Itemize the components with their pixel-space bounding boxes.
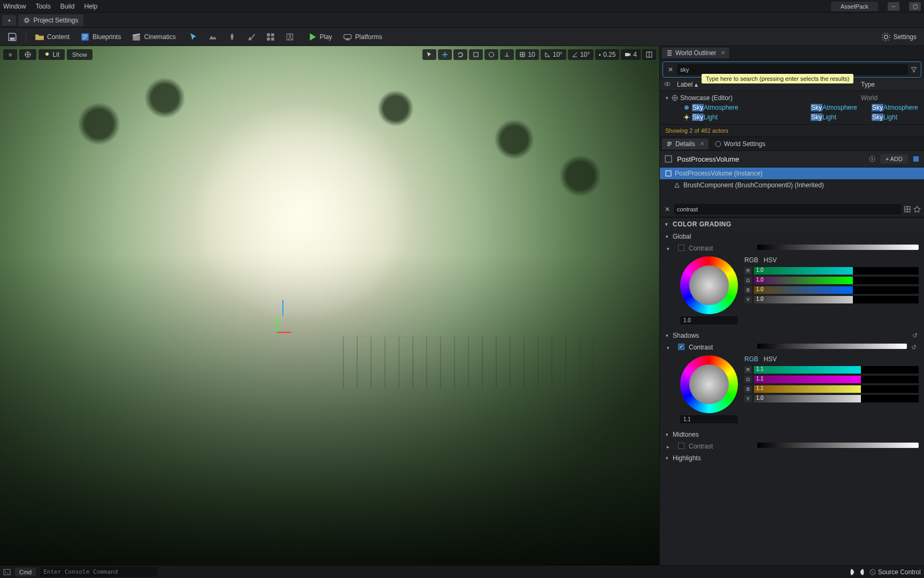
platforms-button[interactable]: Platforms [338,30,387,44]
svg-rect-8 [271,37,274,41]
scale-snap[interactable]: ▪ 0.25 [595,49,619,60]
menu-window[interactable]: Window [3,3,26,10]
svg-point-14 [45,52,49,56]
cinematics-button[interactable]: Cinematics [127,30,180,44]
property-midtones-contrast[interactable]: Contrast [660,440,924,452]
property-shadows-contrast[interactable]: Contrast ↺ [660,341,924,353]
slider-r-shadows[interactable]: 1.1 [754,366,919,374]
eye-icon [664,81,671,87]
clear-search-button[interactable]: ✕ [666,65,675,74]
slider-b-global[interactable]: 1.0 [754,286,919,294]
viewmode-lit[interactable]: Lit [38,49,65,60]
filter-icon[interactable] [910,66,918,73]
viewport-options[interactable]: ≡ [3,49,17,60]
rotate-tool[interactable] [453,49,467,60]
tab-world-settings[interactable]: World Settings [711,139,770,149]
window-minimize[interactable]: – [888,2,899,11]
checkbox-midtones-contrast[interactable] [678,443,684,449]
tab-project-settings[interactable]: Project Settings [18,14,83,26]
scale-tool[interactable] [469,49,483,60]
select-tool[interactable] [422,49,436,60]
subsection-midtones[interactable]: Midtones [660,429,924,440]
angle-snap-2[interactable]: 10° [568,49,594,60]
tab-rgb[interactable]: RGB [744,355,758,363]
close-icon[interactable]: ✕ [721,50,725,56]
menu-tools[interactable]: Tools [36,3,51,10]
source-control-icon[interactable] [869,569,876,575]
favorite-icon[interactable] [913,206,921,213]
gizmo-y-axis[interactable] [277,318,278,332]
subsection-shadows[interactable]: Shadows↺ [660,330,924,341]
modeling-mode-button[interactable] [261,30,280,44]
gizmo-z-axis[interactable] [282,300,283,316]
tab-hsv[interactable]: HSV [764,256,777,264]
gizmo-x-axis[interactable] [277,332,291,333]
component-postprocessvolume[interactable]: PostProcessVolume (Instance) [660,168,924,179]
actor-name[interactable]: PostProcessVolume [677,155,864,163]
outliner-item-skylight[interactable]: SkyLight SkyLight SkyLight [660,112,924,122]
component-brushcomponent[interactable]: BrushComponent (BrushComponent0) (Inheri… [660,179,924,191]
angle-snap[interactable]: 10° [541,49,566,60]
asset-pack-pill[interactable]: AssetPack [831,2,878,11]
viewport-perspective[interactable] [19,49,36,60]
property-matrix-icon[interactable] [904,206,911,213]
color-wheel-value-global[interactable]: 1.0 [680,316,738,324]
slider-b-shadows[interactable]: 1.1 [754,385,919,393]
edit-blueprint-icon[interactable] [912,155,920,163]
details-search-input[interactable] [674,204,902,215]
color-wheel-value-shadows[interactable]: 1.1 [680,415,738,423]
camera-speed[interactable]: 4 [621,49,641,60]
tab-plus[interactable]: + [2,15,16,26]
fracture-mode-button[interactable] [281,30,299,44]
play-button[interactable]: Play [303,30,336,44]
save-button[interactable] [3,30,21,44]
translate-tool[interactable] [438,49,452,60]
slider-r-global[interactable]: 1.0 [754,267,919,275]
reset-icon[interactable]: ↺ [911,344,919,351]
tab-world-outliner[interactable]: World Outliner ✕ [662,48,729,58]
tab-details[interactable]: Details ✕ [662,139,709,149]
show-flags[interactable]: Show [67,49,93,60]
blueprints-button[interactable]: Blueprints [76,30,125,44]
color-wheel-global[interactable] [680,256,738,314]
checkbox-shadows-contrast[interactable] [678,344,684,350]
clear-details-search[interactable]: ✕ [663,205,672,214]
section-color-grading[interactable]: COLOR GRADING [660,217,924,231]
coord-space-toggle[interactable] [484,49,498,60]
slider-g-global[interactable]: 1.0 [754,277,919,284]
window-maximize[interactable]: ▢ [909,2,921,11]
grid-snap[interactable]: 10 [515,49,538,60]
foliage-mode-button[interactable] [223,30,241,44]
source-control-status[interactable]: Source Control [878,568,921,576]
menu-help[interactable]: Help [84,3,97,10]
slider-y-global[interactable]: 1.0 [754,296,919,303]
checkbox-global-contrast[interactable] [678,245,684,251]
reset-icon[interactable]: ↺ [912,332,920,339]
viewport-layout[interactable] [642,49,656,60]
outliner-status: Showing 2 of 482 actors [660,124,924,137]
tab-hsv[interactable]: HSV [764,355,777,363]
select-mode-button[interactable] [184,30,203,44]
landscape-mode-button[interactable] [204,30,222,44]
content-drawer-button[interactable]: Content [30,30,74,44]
level-viewport[interactable]: ≡ Lit Show 10 10° 10° ▪ 0.25 4 [0,46,659,565]
slider-y-shadows[interactable]: 1.0 [754,395,919,402]
menu-build[interactable]: Build [60,3,75,10]
locate-icon[interactable] [868,155,876,163]
angle-icon [544,51,551,58]
color-wheel-shadows[interactable] [680,355,738,413]
outliner-item-skyatmosphere[interactable]: SkyAtmosphere SkyAtmosphere SkyAtmospher… [660,103,924,112]
subsection-global[interactable]: Global [660,231,924,242]
close-icon[interactable]: ✕ [700,141,704,147]
outliner-root[interactable]: Showcase (Editor) World [660,93,924,103]
property-global-contrast[interactable]: Contrast [660,242,924,254]
surface-snap-toggle[interactable] [500,49,514,60]
add-component-button[interactable]: + ADD [880,154,908,164]
tab-rgb[interactable]: RGB [744,256,758,264]
settings-button[interactable]: Settings [877,30,921,44]
slider-g-shadows[interactable]: 1.1 [754,376,919,383]
subsection-highlights[interactable]: Highlights [660,452,924,464]
console-input[interactable] [40,567,158,577]
mesh-paint-button[interactable] [242,30,260,44]
outliner-search-input[interactable] [677,64,908,75]
